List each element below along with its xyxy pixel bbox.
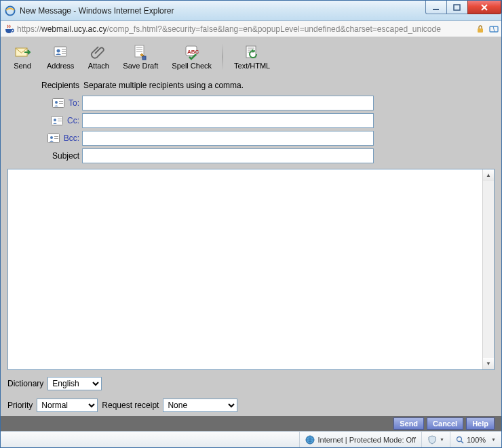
spell-check-tool-button[interactable]: ABC Spell Check <box>166 39 217 75</box>
bcc-label[interactable]: Bcc: <box>64 134 79 143</box>
close-button[interactable] <box>467 1 501 14</box>
close-icon <box>480 4 488 11</box>
titlebar: New Message - Windows Internet Explorer <box>1 1 501 21</box>
priority-select[interactable]: Normal <box>37 399 98 412</box>
address-card-icon[interactable] <box>52 98 64 108</box>
subject-row: Subject <box>1 147 501 165</box>
scroll-down-icon[interactable]: ▼ <box>483 358 494 369</box>
cancel-button[interactable]: Cancel <box>427 418 463 430</box>
save-draft-tool-label: Save Draft <box>123 62 158 70</box>
attach-tool-button[interactable]: Attach <box>82 39 115 75</box>
cc-row: Cc: <box>1 112 501 129</box>
address-tool-button[interactable]: Address <box>41 39 79 75</box>
attach-tool-label: Attach <box>88 62 109 70</box>
globe-icon <box>305 435 315 445</box>
scrollbar[interactable]: ▲ ▼ <box>482 169 494 369</box>
send-icon <box>14 44 31 60</box>
svg-point-25 <box>50 136 53 139</box>
to-label[interactable]: To: <box>69 98 79 108</box>
zoom-value: 100% <box>467 436 486 444</box>
recipients-label: Recipients <box>1 81 82 90</box>
recipients-hint: Separate multiple recipients using a com… <box>82 81 244 90</box>
security-zone[interactable]: Internet | Protected Mode: Off <box>299 432 421 447</box>
priority-strip: Priority Normal Request receipt None <box>1 394 501 416</box>
text-html-icon <box>244 44 260 60</box>
scroll-up-icon[interactable]: ▲ <box>483 169 494 181</box>
zoom-icon <box>456 436 464 444</box>
cc-input[interactable] <box>82 113 374 128</box>
recipients-row: Recipients Separate multiple recipients … <box>1 77 501 94</box>
svg-rect-10 <box>62 53 66 54</box>
svg-rect-19 <box>59 103 63 104</box>
window-title: New Message - Windows Internet Explorer <box>20 6 425 16</box>
zoom-control[interactable]: 100% ▼ <box>450 432 501 447</box>
maximize-icon <box>453 4 461 11</box>
svg-rect-23 <box>58 121 62 121</box>
body-textarea[interactable] <box>8 169 482 369</box>
content-frame: Send Address Attach <box>1 37 501 431</box>
compat-view-icon[interactable] <box>489 24 499 34</box>
save-draft-icon <box>132 44 149 60</box>
svg-rect-12 <box>142 56 146 60</box>
address-card-icon[interactable] <box>47 134 60 143</box>
to-row: To: <box>1 94 501 112</box>
text-html-tool-button[interactable]: Text/HTML <box>229 39 275 75</box>
dictionary-label: Dictionary <box>7 379 43 388</box>
ie-favicon-icon <box>5 5 16 16</box>
minimize-icon <box>432 4 440 11</box>
minimize-button[interactable] <box>425 1 447 14</box>
cc-label[interactable]: Cc: <box>67 116 79 125</box>
fields-area: Recipients Separate multiple recipients … <box>1 77 501 165</box>
spell-check-tool-label: Spell Check <box>172 62 212 70</box>
subject-label: Subject <box>52 151 79 161</box>
svg-point-21 <box>54 119 56 121</box>
address-book-icon <box>52 44 69 60</box>
address-card-icon[interactable] <box>51 116 63 125</box>
svg-rect-8 <box>62 49 66 49</box>
receipt-select[interactable]: None <box>163 399 237 412</box>
svg-text:ABC: ABC <box>187 49 199 55</box>
dictionary-select[interactable]: English <box>47 377 102 390</box>
svg-rect-9 <box>62 51 66 52</box>
svg-rect-27 <box>54 138 58 139</box>
svg-rect-22 <box>58 119 62 119</box>
lock-icon <box>476 24 485 34</box>
svg-point-0 <box>6 6 15 15</box>
toolbar-separator <box>223 43 223 70</box>
to-input[interactable] <box>82 96 374 110</box>
chevron-down-icon: ▼ <box>440 437 444 442</box>
window-controls <box>425 1 501 20</box>
receipt-label: Request receipt <box>102 401 159 410</box>
url-prefix: https:// <box>17 24 41 34</box>
window-frame: New Message - Windows Internet Explorer … <box>0 0 502 448</box>
spell-check-icon: ABC <box>184 44 200 60</box>
send-button[interactable]: Send <box>393 418 424 430</box>
address-tool-label: Address <box>47 62 74 70</box>
subject-input[interactable] <box>82 148 374 163</box>
svg-point-29 <box>457 436 461 441</box>
svg-rect-2 <box>454 5 460 10</box>
safety-menu[interactable]: ▼ <box>421 432 450 447</box>
paperclip-icon <box>90 44 107 60</box>
svg-point-17 <box>55 101 58 104</box>
toolbar: Send Address Attach <box>1 37 501 77</box>
send-tool-label: Send <box>14 62 31 70</box>
save-draft-tool-button[interactable]: Save Draft <box>117 39 163 75</box>
url-path: /comp_fs.html?&security=false&lang=en&po… <box>107 24 441 34</box>
url-field[interactable]: https://webmail.ucy.ac.cy/comp_fs.html?&… <box>17 24 471 34</box>
shield-dropdown-icon <box>427 435 437 445</box>
svg-rect-26 <box>54 136 58 137</box>
address-bar: https://webmail.ucy.ac.cy/comp_fs.html?&… <box>1 21 501 37</box>
send-tool-button[interactable]: Send <box>6 39 39 75</box>
body-area: ▲ ▼ <box>1 165 501 373</box>
action-bar: Send Cancel Help <box>1 416 501 431</box>
svg-rect-1 <box>433 9 439 10</box>
chevron-down-icon: ▼ <box>491 437 496 442</box>
java-coffee-icon <box>3 24 14 35</box>
svg-rect-18 <box>59 101 63 102</box>
security-zone-text: Internet | Protected Mode: Off <box>317 436 416 444</box>
maximize-button[interactable] <box>446 1 468 14</box>
help-button[interactable]: Help <box>466 418 495 430</box>
bcc-row: Bcc: <box>1 129 501 147</box>
bcc-input[interactable] <box>82 131 374 146</box>
